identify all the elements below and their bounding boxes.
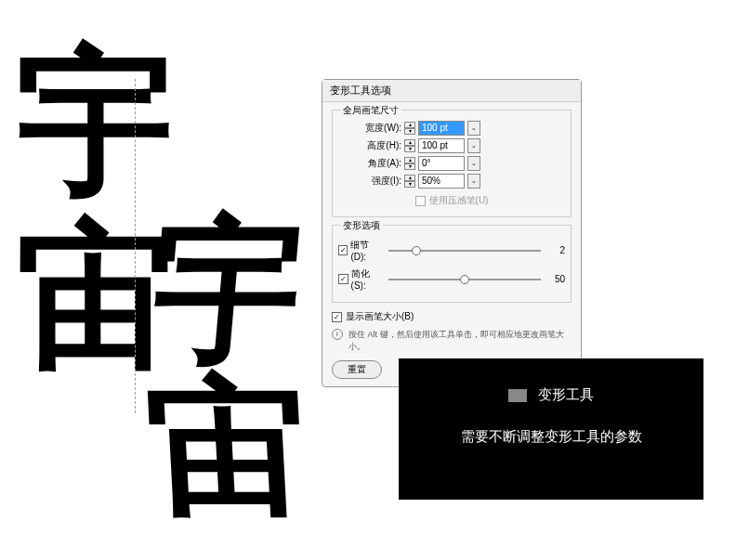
char-yu-2: 宇 (146, 210, 309, 373)
simplify-label: 简化(S): (351, 267, 383, 291)
width-label: 宽度(W): (338, 122, 401, 135)
angle-label: 角度(A): (338, 157, 401, 170)
detail-value: 2 (546, 245, 565, 255)
intensity-label: 强度(I): (338, 175, 401, 188)
brush-size-group: 全局画笔尺寸 宽度(W): ▴▾ 100 pt ⌄ 高度(H): ▴▾ 100 … (332, 110, 572, 217)
width-input[interactable]: 100 pt (418, 121, 465, 136)
warp-options-dialog: 变形工具选项 全局画笔尺寸 宽度(W): ▴▾ 100 pt ⌄ 高度(H): … (322, 79, 582, 387)
reset-button[interactable]: 重置 (332, 360, 382, 379)
caption-title: 变形工具 (538, 386, 594, 404)
detail-slider[interactable] (388, 250, 541, 252)
warp-options-group: 变形选项 ✓ 细节(D): 2 ✓ 简化(S): 50 (332, 225, 572, 303)
dialog-title: 变形工具选项 (322, 80, 581, 102)
caption-text: 需要不断调整变形工具的参数 (417, 428, 685, 446)
show-brush-checkbox[interactable]: ✓ (332, 312, 342, 322)
angle-dropdown[interactable]: ⌄ (467, 156, 480, 171)
info-text: 按住 Alt 键，然后使用该工具单击，即可相应地更改画笔大小。 (348, 329, 572, 353)
simplify-checkbox[interactable]: ✓ (338, 274, 348, 284)
detail-label: 细节(D): (350, 239, 383, 262)
intensity-spinner[interactable]: ▴▾ (404, 175, 415, 188)
width-spinner[interactable]: ▴▾ (404, 122, 415, 135)
simplify-value: 50 (546, 274, 565, 284)
simplify-slider[interactable] (388, 279, 541, 280)
pressure-checkbox[interactable] (415, 196, 426, 206)
caption-box: 变形工具 需要不断调整变形工具的参数 (399, 358, 703, 500)
brush-group-label: 全局画笔尺寸 (340, 104, 401, 117)
angle-spinner[interactable]: ▴▾ (404, 157, 415, 170)
tool-icon (508, 389, 527, 402)
info-icon: i (332, 329, 343, 340)
detail-checkbox[interactable]: ✓ (338, 245, 348, 255)
intensity-dropdown[interactable]: ⌄ (467, 174, 480, 189)
angle-input[interactable]: 0° (418, 156, 465, 171)
calligraphy-warped: 宇 宙 (153, 214, 302, 526)
height-label: 高度(H): (338, 139, 401, 152)
height-dropdown[interactable]: ⌄ (467, 138, 480, 153)
height-spinner[interactable]: ▴▾ (404, 139, 415, 152)
divider (135, 79, 136, 413)
char-zhou-2: 宙 (143, 370, 312, 526)
width-dropdown[interactable]: ⌄ (467, 121, 480, 136)
height-input[interactable]: 100 pt (418, 138, 465, 153)
char-yu-1: 宇 (17, 37, 175, 211)
warp-group-label: 变形选项 (340, 219, 383, 232)
intensity-input[interactable]: 50% (418, 174, 465, 189)
pressure-label: 使用压感笔(U) (429, 194, 489, 207)
show-brush-label: 显示画笔大小(B) (346, 310, 414, 323)
